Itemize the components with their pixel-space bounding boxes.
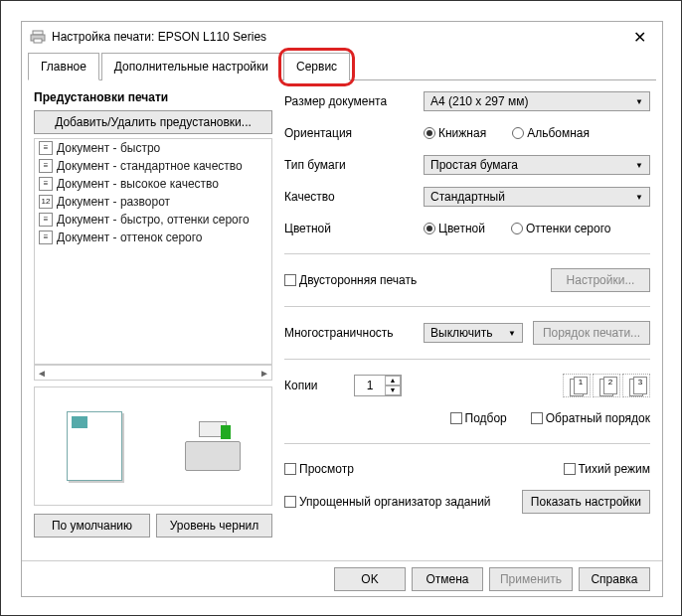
radio-label: Цветной: [438, 222, 485, 235]
reverse-checkbox[interactable]: Обратный порядок: [531, 411, 650, 425]
checkbox-label: Тихий режим: [579, 462, 650, 476]
preview-checkbox[interactable]: Просмотр: [284, 462, 354, 476]
checkbox-icon: [284, 274, 296, 286]
paper-type-label: Тип бумаги: [284, 158, 414, 172]
checkbox-icon: [564, 463, 576, 475]
chevron-down-icon: ▼: [508, 329, 516, 338]
radio-label: Оттенки серого: [526, 222, 611, 235]
svg-rect-0: [33, 31, 43, 35]
checkbox-label: Двусторонняя печать: [299, 273, 417, 287]
spin-down-icon[interactable]: ▼: [385, 385, 401, 395]
help-button[interactable]: Справка: [579, 567, 650, 591]
simplified-checkbox[interactable]: Упрощенный организатор заданий: [284, 495, 491, 509]
doc-icon: ≡: [39, 231, 53, 244]
paper-type-combo[interactable]: Простая бумага▼: [424, 155, 650, 175]
checkbox-icon: [284, 463, 296, 475]
list-item-label: Документ - стандартное качество: [57, 159, 243, 173]
preview-pane: [34, 386, 272, 506]
color-label: Цветной: [284, 222, 414, 235]
radio-icon: [512, 127, 524, 139]
presets-edit-button[interactable]: Добавить/Удалить предустановки...: [34, 110, 272, 134]
printer-preview-icon: [185, 421, 241, 471]
cancel-button[interactable]: Отмена: [412, 567, 483, 591]
radio-label: Альбомная: [527, 126, 590, 140]
tab-bar: Главное Дополнительные настройки Сервис: [28, 52, 656, 80]
checkbox-label: Обратный порядок: [546, 411, 650, 425]
duplex-checkbox[interactable]: Двусторонняя печать: [284, 273, 417, 287]
doc-icon: ≡: [39, 141, 53, 155]
list-item[interactable]: 12Документ - разворот: [35, 193, 271, 211]
duplex-settings-button[interactable]: Настройки...: [551, 268, 650, 292]
quality-combo[interactable]: Стандартный▼: [424, 187, 650, 207]
chevron-down-icon: ▼: [635, 97, 643, 106]
chevron-down-icon: ▼: [635, 161, 643, 170]
radio-icon: [511, 223, 523, 234]
list-item[interactable]: ≡Документ - стандартное качество: [35, 157, 271, 175]
apply-button[interactable]: Применить: [489, 567, 573, 591]
chevron-right-icon[interactable]: ►: [259, 368, 269, 379]
orientation-landscape-radio[interactable]: Альбомная: [512, 126, 590, 140]
show-settings-button[interactable]: Показать настройки: [522, 490, 650, 514]
color-color-radio[interactable]: Цветной: [424, 222, 485, 235]
combo-value: Стандартный: [430, 190, 505, 204]
color-gray-radio[interactable]: Оттенки серого: [511, 222, 611, 235]
combo-value: A4 (210 x 297 мм): [430, 94, 529, 108]
list-item[interactable]: ≡Документ - быстро: [35, 139, 271, 157]
chevron-left-icon[interactable]: ◄: [37, 368, 47, 379]
chevron-down-icon: ▼: [635, 193, 643, 202]
list-item-label: Документ - высокое качество: [57, 177, 219, 191]
multipage-label: Многостраничность: [284, 326, 414, 340]
orientation-label: Ориентация: [284, 126, 414, 140]
checkbox-icon: [531, 412, 543, 424]
spread-icon: 12: [39, 195, 53, 209]
radio-label: Книжная: [438, 126, 486, 140]
checkbox-label: Подбор: [465, 411, 507, 425]
spin-up-icon[interactable]: ▲: [385, 376, 401, 385]
list-item[interactable]: ≡Документ - высокое качество: [35, 175, 271, 193]
copies-input[interactable]: [355, 376, 385, 395]
ink-levels-button[interactable]: Уровень чернил: [156, 514, 272, 538]
multipage-combo[interactable]: Выключить▼: [424, 323, 523, 343]
doc-size-combo[interactable]: A4 (210 x 297 мм)▼: [424, 91, 650, 111]
list-item-label: Документ - оттенок серого: [57, 231, 203, 244]
collate-preview-icon: 11 22 33: [563, 374, 650, 397]
doc-icon: ≡: [39, 159, 53, 173]
titlebar: Настройка печати: EPSON L110 Series ✕: [22, 22, 662, 52]
copies-label: Копии: [284, 379, 344, 392]
presets-title: Предустановки печати: [34, 90, 272, 104]
doc-icon: ≡: [39, 177, 53, 191]
copies-spinner[interactable]: ▲▼: [354, 375, 402, 396]
combo-value: Простая бумага: [430, 158, 518, 172]
tab-main[interactable]: Главное: [28, 53, 99, 80]
tab-advanced[interactable]: Дополнительные настройки: [101, 53, 281, 80]
doc-size-label: Размер документа: [284, 94, 414, 108]
collate-checkbox[interactable]: Подбор: [450, 411, 507, 425]
list-item[interactable]: ≡Документ - быстро, оттенки серого: [35, 211, 271, 229]
radio-icon: [424, 223, 435, 234]
checkbox-icon: [450, 412, 462, 424]
orientation-portrait-radio[interactable]: Книжная: [424, 126, 486, 140]
page-order-button[interactable]: Порядок печати...: [533, 321, 650, 345]
ok-button[interactable]: OK: [334, 567, 406, 591]
quiet-checkbox[interactable]: Тихий режим: [564, 462, 650, 476]
checkbox-label: Упрощенный организатор заданий: [299, 495, 491, 509]
radio-icon: [424, 127, 435, 139]
combo-value: Выключить: [430, 326, 492, 340]
svg-rect-2: [34, 39, 42, 43]
doc-icon: ≡: [39, 213, 53, 227]
checkbox-icon: [284, 496, 296, 508]
preset-list[interactable]: ≡Документ - быстро ≡Документ - стандартн…: [34, 138, 272, 365]
list-item[interactable]: ≡Документ - оттенок серого: [35, 229, 271, 246]
checkbox-label: Просмотр: [299, 462, 354, 476]
window-title: Настройка печати: EPSON L110 Series: [52, 30, 625, 44]
defaults-button[interactable]: По умолчанию: [34, 514, 150, 538]
document-preview-icon: [67, 411, 122, 481]
list-item-label: Документ - разворот: [57, 195, 170, 209]
printer-icon: [30, 29, 46, 45]
quality-label: Качество: [284, 190, 414, 204]
list-item-label: Документ - быстро, оттенки серого: [57, 213, 250, 227]
horizontal-scrollbar[interactable]: ◄►: [34, 365, 272, 381]
tab-service[interactable]: Сервис: [283, 53, 350, 80]
dialog-footer: OK Отмена Применить Справка: [22, 560, 662, 596]
close-icon[interactable]: ✕: [625, 28, 654, 47]
